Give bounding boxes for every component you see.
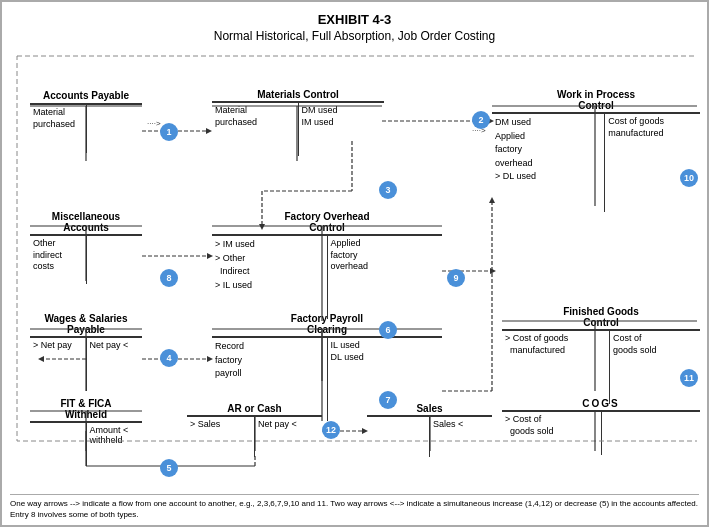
fica-right: Amount <withheld [87, 423, 143, 466]
fica-label: FIT & FICAWithheld [30, 398, 142, 420]
ar-left: > Sales [187, 417, 255, 457]
mc-left: Materialpurchased [212, 103, 299, 156]
circle-9: 9 [447, 269, 465, 287]
sales-right: Sales < [430, 417, 492, 457]
sales-amount: Sales < [433, 419, 463, 429]
circle-10: 10 [680, 169, 698, 187]
fica-left [30, 423, 87, 466]
misc-label: MiscellaneousAccounts [30, 211, 142, 233]
mc-right: DM used IM used [299, 103, 385, 156]
ap-label: Accounts Payable [30, 89, 142, 102]
exhibit-subtitle: Normal Historical, Full Absorption, Job … [12, 29, 697, 43]
fg-cost-mfg: > Cost of goods manufactured [505, 333, 568, 355]
diagram-area: Accounts Payable Materialpurchased Mater… [12, 51, 697, 491]
ap-right [87, 105, 143, 153]
wip-cost-goods-mfg: Cost of goodsmanufactured [608, 116, 664, 138]
materials-control-section: Materials Control Materialpurchased DM u… [212, 89, 384, 156]
fpc-record: Recordfactorypayroll [215, 341, 244, 378]
circle-1: 1 [160, 123, 178, 141]
foh-applied: Appliedfactoryoverhead [331, 238, 369, 271]
misc-indirect-costs: Otherindirectcosts [33, 238, 62, 271]
footer-note: One way arrows --> indicate a flow from … [10, 494, 699, 520]
fica-amount: Amount <withheld [90, 425, 129, 445]
wages-net-pay-l: > Net pay [33, 340, 72, 350]
circle-7: 7 [379, 391, 397, 409]
mc-dm-used: DM used [302, 105, 338, 115]
circle-2: 2 [472, 111, 490, 129]
ar-sales: > Sales [190, 419, 220, 429]
circle-6: 6 [379, 321, 397, 339]
wip-label: Work in ProcessControl [492, 89, 700, 111]
foh-right: Appliedfactoryoverhead [328, 236, 443, 319]
ap-left: Materialpurchased [30, 105, 87, 153]
main-container: EXHIBIT 4-3 Normal Historical, Full Abso… [0, 0, 709, 527]
ap-material-purchased: Materialpurchased [33, 107, 75, 129]
circle-12: 12 [322, 421, 340, 439]
sales-section: Sales Sales < [367, 403, 492, 457]
wip-section: Work in ProcessControl DM used Appliedfa… [492, 89, 700, 212]
foh-left: > IM used > Other Indirect > IL used [212, 236, 328, 319]
wip-right: Cost of goodsmanufactured [605, 114, 700, 212]
cogs-label: COGS [502, 398, 700, 409]
foh-label: Factory OverheadControl [212, 211, 442, 233]
fpc-dl-used: DL used [331, 352, 364, 362]
fg-cost-sold: Cost ofgoods sold [613, 333, 657, 355]
wages-right: Net pay < [87, 338, 143, 391]
circle-5: 5 [160, 459, 178, 477]
accounts-payable-section: Accounts Payable Materialpurchased [30, 89, 142, 153]
fg-section: Finished GoodsControl > Cost of goods ma… [502, 306, 700, 404]
mc-im-used: IM used [302, 117, 334, 127]
circle-4: 4 [160, 349, 178, 367]
foh-other-indirect: > Other Indirect [215, 253, 250, 277]
ar-right: Net pay < [255, 417, 322, 457]
fg-label: Finished GoodsControl [502, 306, 700, 328]
wages-label: Wages & SalariesPayable [30, 313, 142, 335]
wip-dl-used: > DL used [495, 171, 536, 181]
fpc-il-used: IL used [331, 340, 360, 350]
misc-right [87, 236, 143, 284]
exhibit-title: EXHIBIT 4-3 [12, 12, 697, 27]
cogs-left: > Cost of goods sold [502, 412, 602, 455]
wages-net-pay-r: Net pay < [90, 340, 129, 350]
fica-section: FIT & FICAWithheld Amount <withheld [30, 398, 142, 466]
wip-left: DM used Appliedfactoryoverhead > DL used [492, 114, 605, 212]
ar-section: AR or Cash > Sales Net pay < [187, 403, 322, 457]
mc-material-purchased: Materialpurchased [215, 105, 257, 127]
cogs-cost-sold: > Cost of goods sold [505, 414, 554, 436]
cogs-section: COGS > Cost of goods sold [502, 398, 700, 455]
ar-label: AR or Cash [187, 403, 322, 414]
foh-im-used: > IM used [215, 239, 255, 249]
wip-dm-used: DM used [495, 117, 531, 127]
fg-right: Cost ofgoods sold [610, 331, 700, 404]
circle-3: 3 [379, 181, 397, 199]
sales-left [367, 417, 430, 457]
cogs-right [602, 412, 701, 455]
wages-section: Wages & SalariesPayable > Net pay Net pa… [30, 313, 142, 391]
circle-8: 8 [160, 269, 178, 287]
arrow-label-1: ····> [147, 119, 161, 128]
fg-left: > Cost of goods manufactured [502, 331, 610, 404]
misc-left: Otherindirectcosts [30, 236, 87, 284]
foh-il-used: > IL used [215, 280, 252, 290]
circle-11: 11 [680, 369, 698, 387]
mc-label: Materials Control [212, 89, 384, 100]
ar-net-pay: Net pay < [258, 419, 297, 429]
misc-accounts-section: MiscellaneousAccounts Otherindirectcosts [30, 211, 142, 284]
fpc-label: Factory PayrollClearing [212, 313, 442, 335]
wages-left: > Net pay [30, 338, 87, 391]
wip-applied-foh: Appliedfactoryoverhead [495, 131, 533, 168]
foh-section: Factory OverheadControl > IM used > Othe… [212, 211, 442, 319]
svg-marker-34 [490, 268, 496, 274]
